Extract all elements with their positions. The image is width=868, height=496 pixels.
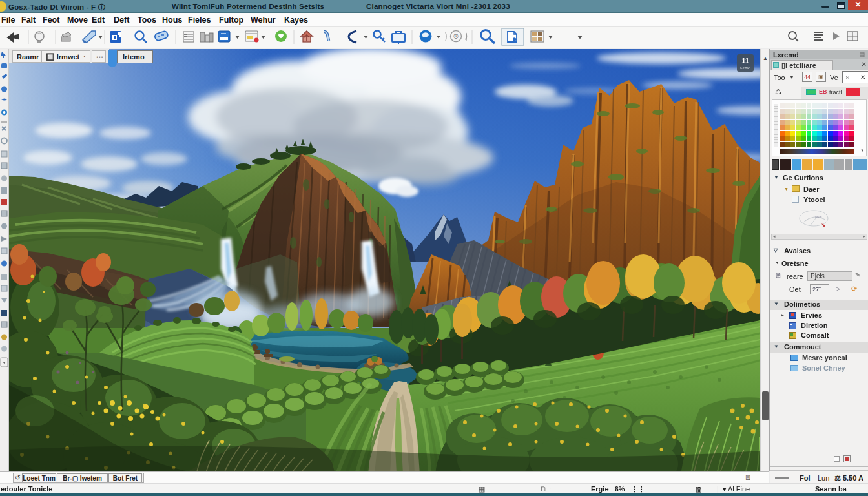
svg-text:Gm#94: Gm#94 [740,66,751,70]
svg-text:11: 11 [741,57,749,65]
svg-text:weth: weth [815,215,822,219]
svg-text:®: ® [453,33,459,40]
